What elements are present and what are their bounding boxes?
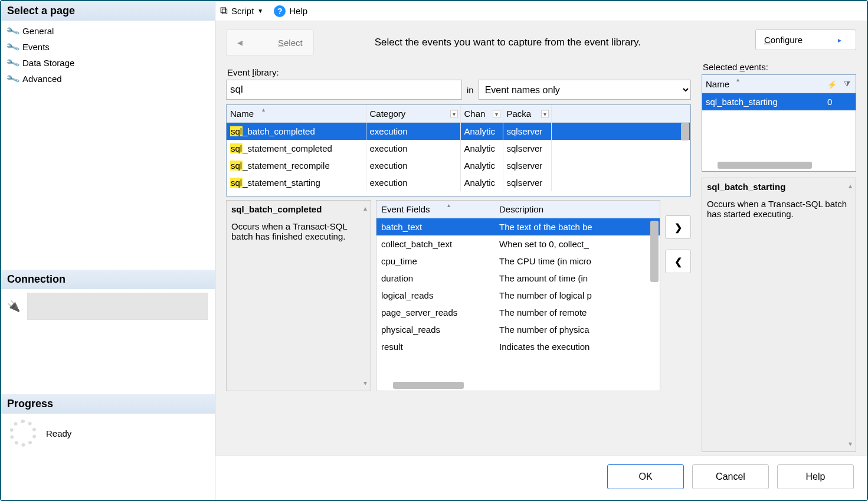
table-row[interactable]: page_server_readsThe number of remote [376,304,660,321]
move-buttons: ❯ ❮ [665,200,691,391]
dropdown-icon[interactable]: ▼ [257,8,263,14]
progress-text: Ready [46,428,71,438]
event-description-text: Occurs when a Transact-SQL batch has fin… [231,221,366,241]
wrench-icon: 🔧 [5,24,21,39]
connection-value [27,293,208,320]
table-row[interactable]: collect_batch_textWhen set to 0, collect… [376,235,660,253]
footer-buttons: OK Cancel Help [215,456,867,500]
main-panel: ⧉ Script ▼ ? Help ◂ Select Select the ev… [215,1,867,500]
selected-events-label: Selected events: [703,62,856,72]
filter-dropdown-icon: ▾ [493,110,500,117]
col-channel[interactable]: Chan▾ [460,105,503,123]
lightning-icon: ⚡ [827,80,837,89]
wrench-icon: 🔧 [5,71,21,87]
sidebar-item-label: Advanced [22,74,62,84]
event-library-grid[interactable]: Name▴ Category▾ Chan▾ Packa▾ sql_batch_c… [226,104,691,197]
filter-dropdown-icon: ▾ [450,110,458,117]
scrollbar-horizontal[interactable] [718,162,812,169]
selected-description-text: Occurs when a Transact-SQL batch has sta… [707,199,851,219]
table-row[interactable]: cpu_timeThe CPU time (in micro [376,253,660,270]
spinner-icon [9,420,37,447]
chevron-right-icon: ▸ [838,36,841,44]
select-toggle-button[interactable]: ◂ Select [226,30,314,55]
scrollbar-vertical[interactable] [650,221,659,282]
event-description-title: sql_batch_completed [231,204,366,214]
scroll-down-icon[interactable]: ▾ [363,379,367,387]
sidebar: Select a page 🔧 General 🔧 Events 🔧 Data … [1,1,215,500]
help-icon: ? [274,5,286,17]
scroll-up-icon[interactable]: ▴ [363,204,367,212]
table-row[interactable]: sql_statement_startingexecutionAnalytics… [227,174,690,191]
selected-events-grid[interactable]: Name▴ ⚡ ⧩ sql_batch_starting0 [702,74,856,172]
instruction-text: Select the events you want to capture fr… [325,37,691,48]
move-right-button[interactable]: ❯ [665,215,691,239]
table-row[interactable]: sql_statement_recompileexecutionAnalytic… [227,157,690,174]
col-lightning[interactable]: ⚡ [824,75,840,93]
selected-description-title: sql_batch_starting [707,182,851,192]
table-row[interactable]: physical_readsThe number of physica [376,321,660,338]
event-search-input[interactable] [226,80,462,100]
event-library-label: Event library: [227,67,691,77]
wizard-window: Select a page 🔧 General 🔧 Events 🔧 Data … [0,0,868,501]
search-scope-select[interactable]: Event names only [479,80,691,100]
table-row[interactable]: batch_textThe text of the batch be [376,218,660,236]
funnel-icon: ⧩ [844,80,850,89]
selected-description-panel: ▴ sql_batch_starting Occurs when a Trans… [702,178,856,452]
col-category[interactable]: Category▾ [366,105,460,123]
table-row[interactable]: durationThe amount of time (in [376,270,660,287]
col-package[interactable]: Packa▾ [503,105,551,123]
configure-button[interactable]: Configure ▸ [755,30,856,50]
sidebar-item-label: Events [22,42,50,52]
col-name[interactable]: Name▴ [227,105,366,123]
table-row[interactable]: sql_statement_completedexecutionAnalytic… [227,140,690,157]
sidebar-item-label: Data Storage [22,58,74,68]
sidebar-item-events[interactable]: 🔧 Events [1,39,215,55]
table-row[interactable]: sql_batch_starting0 [702,93,856,111]
help-button[interactable]: Help [289,6,307,16]
col-event-fields[interactable]: Event Fields▴ [376,201,494,218]
sidebar-pages: 🔧 General 🔧 Events 🔧 Data Storage 🔧 Adva… [1,21,215,93]
select-toggle-label: Select [278,38,303,48]
connection-title: Connection [1,270,215,289]
grid-header-row: Name▴ Category▾ Chan▾ Packa▾ [227,105,690,123]
event-description-panel: ▴ sql_batch_completed Occurs when a Tran… [226,200,371,391]
sort-asc-icon: ▴ [262,106,265,113]
sidebar-item-advanced[interactable]: 🔧 Advanced [1,71,215,87]
progress-title: Progress [1,394,215,414]
scrollbar-horizontal[interactable] [393,382,464,389]
filter-dropdown-icon: ▾ [541,110,549,117]
scroll-down-icon[interactable]: ▾ [849,440,852,448]
wrench-icon: 🔧 [5,55,21,71]
plug-icon: 🔌 [1,300,20,313]
table-row[interactable]: logical_readsThe number of logical p [376,287,660,304]
sort-asc-icon: ▴ [447,202,450,208]
wrench-icon: 🔧 [5,40,21,55]
scroll-up-icon[interactable]: ▴ [849,182,852,190]
cancel-button[interactable]: Cancel [692,464,769,489]
scrollbar-vertical[interactable] [681,123,689,140]
ok-button[interactable]: OK [607,464,684,489]
sidebar-item-data-storage[interactable]: 🔧 Data Storage [1,55,215,71]
sort-asc-icon: ▴ [736,76,739,83]
event-fields-grid[interactable]: Event Fields▴ Description batch_textThe … [376,200,660,391]
chevron-left-icon: ◂ [237,36,243,49]
script-button[interactable]: Script [231,6,254,16]
in-label: in [467,85,474,95]
main-toolbar: ⧉ Script ▼ ? Help [215,1,867,21]
help-button[interactable]: Help [777,464,854,489]
sidebar-item-general[interactable]: 🔧 General [1,23,215,39]
col-filter[interactable]: ⧩ [840,75,856,93]
table-row[interactable]: sql_batch_completedexecutionAnalyticsqls… [227,123,690,140]
move-left-button[interactable]: ❮ [665,250,691,273]
col-name[interactable]: Name▴ [702,75,824,93]
script-icon: ⧉ [220,5,228,17]
col-description[interactable]: Description [494,201,660,218]
table-row[interactable]: resultIndicates the execution [376,338,660,355]
sidebar-title: Select a page [1,1,215,21]
configure-label: Configure [764,35,803,45]
sidebar-item-label: General [22,26,54,36]
